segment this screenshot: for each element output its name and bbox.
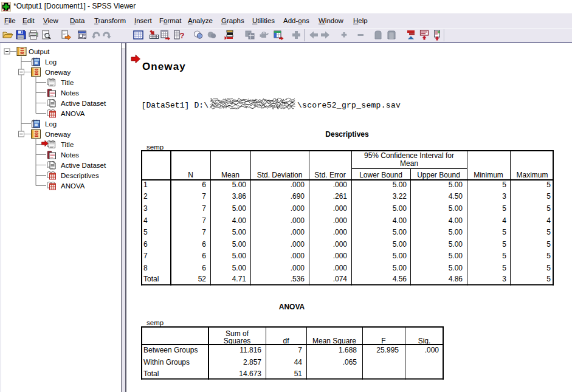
svg-text:4.50: 4.50 (449, 192, 463, 201)
svg-text:5: 5 (502, 264, 506, 272)
svg-text:5.00: 5.00 (232, 181, 247, 189)
svg-text:4.86: 4.86 (449, 275, 463, 283)
svg-text:.000: .000 (333, 181, 348, 189)
svg-text:4: 4 (546, 216, 551, 225)
svg-text:[DataSet1] D:\: [DataSet1] D:\ (142, 101, 209, 110)
svg-text:.000: .000 (291, 204, 305, 213)
svg-text:.000: .000 (291, 264, 305, 272)
svg-text:4: 4 (502, 216, 506, 225)
svg-text:N: N (188, 171, 193, 179)
svg-text:5: 5 (502, 252, 506, 260)
svg-text:Oneway: Oneway (45, 69, 71, 76)
svg-text:5.00: 5.00 (449, 204, 463, 213)
svg-text:5: 5 (546, 228, 551, 236)
svg-text:6: 6 (143, 240, 148, 249)
svg-text:Minimum: Minimum (474, 171, 503, 179)
svg-text:Active Dataset: Active Dataset (61, 100, 106, 107)
svg-text:ANOVA: ANOVA (61, 110, 85, 117)
svg-text:3.22: 3.22 (393, 192, 407, 201)
svg-text:Within Groups: Within Groups (143, 358, 190, 366)
svg-text:semp: semp (146, 143, 164, 151)
svg-text:5.00: 5.00 (232, 252, 247, 260)
svg-text:.536: .536 (291, 275, 305, 283)
svg-text:F: F (381, 337, 385, 345)
svg-text:Descriptives: Descriptives (325, 130, 369, 139)
svg-text:Title: Title (61, 141, 74, 148)
svg-text:5.00: 5.00 (449, 181, 463, 189)
svg-text:6: 6 (202, 181, 206, 189)
svg-text:ANOVA: ANOVA (61, 182, 85, 190)
svg-text:.000: .000 (333, 204, 348, 213)
svg-text:14.673: 14.673 (239, 370, 261, 378)
svg-text:6: 6 (202, 252, 206, 260)
svg-text:5: 5 (546, 264, 551, 272)
svg-text:1.688: 1.688 (339, 346, 357, 354)
svg-text:5.00: 5.00 (393, 252, 407, 260)
svg-text:7: 7 (143, 252, 148, 260)
svg-text:4.00: 4.00 (393, 216, 407, 225)
svg-text:Upper Bound: Upper Bound (417, 171, 460, 179)
svg-text:7: 7 (298, 346, 302, 354)
svg-text:Maximum: Maximum (516, 171, 548, 179)
svg-text:3: 3 (143, 204, 148, 213)
svg-text:2.857: 2.857 (243, 358, 261, 366)
svg-text:.000: .000 (291, 216, 305, 225)
svg-text:.000: .000 (333, 216, 348, 225)
svg-text:7: 7 (202, 216, 206, 225)
svg-text:5: 5 (143, 228, 148, 236)
svg-text:Oneway: Oneway (45, 131, 71, 138)
svg-text:Title: Title (61, 79, 74, 86)
svg-text:.000: .000 (291, 252, 305, 260)
svg-text:Sig.: Sig. (418, 337, 431, 345)
svg-text:5: 5 (546, 252, 551, 260)
svg-text:4: 4 (143, 216, 148, 225)
svg-text:Mean: Mean (221, 171, 239, 179)
svg-text:6: 6 (202, 264, 206, 272)
svg-text:.000: .000 (333, 264, 348, 272)
svg-text:1: 1 (143, 181, 148, 189)
svg-text:4.00: 4.00 (449, 216, 463, 225)
svg-text:\score52_grp_semp.sav: \score52_grp_semp.sav (297, 101, 401, 110)
svg-text:semp: semp (146, 319, 164, 326)
svg-text:3: 3 (502, 192, 506, 201)
svg-text:Active Dataset: Active Dataset (61, 162, 106, 169)
svg-text:.000: .000 (291, 240, 305, 249)
svg-text:Total: Total (143, 370, 159, 378)
svg-text:5.00: 5.00 (393, 204, 407, 213)
svg-text:5.00: 5.00 (449, 240, 463, 249)
svg-text:6: 6 (202, 240, 206, 249)
svg-text:Log: Log (45, 58, 57, 66)
svg-text:52: 52 (198, 275, 207, 283)
svg-text:Std. Error: Std. Error (314, 171, 345, 179)
svg-text:8: 8 (143, 264, 148, 272)
svg-text:Descriptives: Descriptives (61, 172, 99, 179)
svg-text:3: 3 (502, 275, 506, 283)
svg-text:5.00: 5.00 (232, 264, 247, 272)
svg-text:5: 5 (546, 240, 551, 249)
svg-text:.690: .690 (291, 192, 305, 201)
svg-text:4.00: 4.00 (232, 216, 247, 225)
svg-text:4.56: 4.56 (393, 275, 407, 283)
svg-text:5.00: 5.00 (232, 204, 247, 213)
svg-text:df: df (283, 337, 289, 345)
svg-text:25.995: 25.995 (376, 346, 399, 354)
svg-text:Log: Log (45, 120, 57, 128)
svg-text:.065: .065 (343, 358, 357, 366)
svg-text:51: 51 (294, 370, 303, 378)
svg-text:5.00: 5.00 (449, 264, 463, 272)
svg-text:.000: .000 (333, 228, 348, 236)
svg-text:Notes: Notes (61, 89, 79, 97)
svg-text:Between Groups: Between Groups (143, 346, 198, 354)
svg-text:?: ? (180, 31, 185, 40)
svg-text:5.00: 5.00 (393, 181, 407, 189)
svg-text:.261: .261 (333, 192, 348, 201)
svg-text:.000: .000 (333, 252, 348, 260)
svg-text:44: 44 (294, 358, 303, 366)
svg-text:.000: .000 (291, 228, 305, 236)
svg-text:5.00: 5.00 (393, 228, 407, 236)
svg-text:Lower Bound: Lower Bound (359, 171, 402, 179)
svg-text:7: 7 (202, 192, 206, 201)
svg-text:11.816: 11.816 (239, 346, 261, 354)
svg-text:5.00: 5.00 (393, 240, 407, 249)
svg-text:.000: .000 (333, 240, 348, 249)
